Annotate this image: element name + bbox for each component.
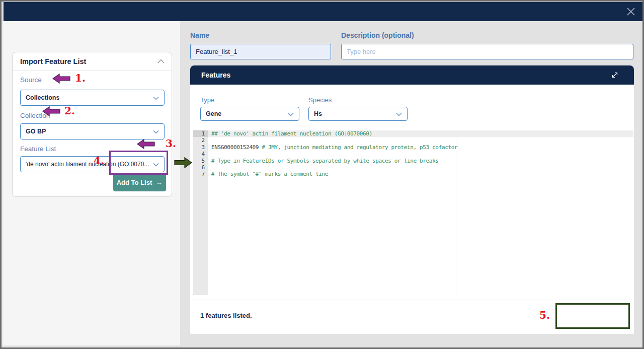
name-label: Name [190, 31, 209, 39]
editor-line-3[interactable]: 3ENSG00000152409 # JMY, junction mediati… [193, 144, 633, 151]
line-number: 2 [193, 137, 208, 144]
footer-divider [190, 300, 634, 300]
features-card: Features Type Gene Species Hs 1## 'de no… [190, 65, 634, 334]
editor-line-5[interactable]: 5# Type in FeatureIDs or Symbols separat… [193, 158, 633, 164]
collection-value: GO BP [26, 128, 46, 135]
source-value: Collections [26, 94, 59, 101]
right-arrow-icon: → [155, 178, 163, 186]
annotation-arrow-left-2 [42, 106, 60, 116]
editor-line-4[interactable]: 4 [193, 151, 633, 157]
line-content: ENSG00000152409 # JMY, junction mediatin… [208, 144, 633, 151]
annotation-arrow-right-green [174, 157, 192, 169]
line-number: 6 [193, 164, 208, 171]
editor-line-2[interactable]: 2 [193, 137, 633, 144]
expand-icon[interactable] [611, 71, 619, 79]
description-input[interactable] [341, 44, 633, 59]
chevron-up-icon[interactable] [157, 59, 165, 63]
chevron-down-icon [288, 112, 294, 116]
annotation-box-add-to-list [109, 151, 168, 175]
features-title: Features [201, 71, 230, 79]
feature-list-label: Feature List [20, 145, 56, 153]
import-feature-list-card: Import Feature List Source Collections C… [12, 52, 172, 197]
feature-code-editor[interactable]: 1## 'de novo' actin filament nucleation … [193, 130, 633, 295]
annotation-arrow-left-1 [52, 74, 70, 84]
editor-line-7[interactable]: 7# The symbol "#" marks a comment line [193, 171, 633, 177]
line-number: 3 [193, 144, 208, 151]
source-label: Source [20, 76, 42, 84]
annotation-step-2: 2. [64, 105, 75, 117]
source-dropdown[interactable]: Collections [20, 90, 165, 106]
collection-dropdown[interactable]: GO BP [20, 123, 165, 139]
import-card-header: Import Feature List [13, 52, 172, 71]
import-card-title: Import Feature List [20, 57, 86, 65]
line-content [208, 151, 633, 157]
line-number: 4 [193, 151, 208, 157]
line-number: 7 [193, 171, 208, 177]
annotation-step-4: 4. [94, 155, 104, 167]
species-label: Species [308, 96, 332, 104]
line-content [208, 137, 633, 144]
annotation-step-5: 5. [539, 309, 550, 321]
annotation-step-3: 3. [166, 137, 176, 150]
editor-line-1[interactable]: 1## 'de novo' actin filament nucleation … [193, 130, 633, 137]
description-label: Description (optional) [341, 31, 414, 39]
chevron-down-icon [153, 96, 159, 100]
add-to-list-label: Add To List [117, 179, 152, 186]
import-feature-list-dialog: Import Feature List Source Collections C… [0, 0, 644, 349]
name-input[interactable] [190, 44, 331, 59]
line-content: # The symbol "#" marks a comment line [208, 171, 633, 177]
chevron-down-icon [153, 130, 159, 134]
dialog-titlebar [4, 2, 642, 21]
left-panel: Import Feature List Source Collections C… [3, 21, 180, 345]
close-icon[interactable] [626, 7, 635, 16]
features-count-status: 1 features listed. [200, 312, 252, 319]
line-content: # Type in FeatureIDs or Symbols separate… [208, 158, 633, 164]
annotation-arrow-left-3 [137, 139, 155, 149]
line-number: 5 [193, 158, 208, 164]
line-content [208, 164, 633, 171]
add-to-list-button[interactable]: Add To List → [113, 173, 166, 191]
code-editor-lines: 1## 'de novo' actin filament nucleation … [193, 130, 633, 178]
line-number: 1 [193, 130, 208, 137]
type-value: Gene [206, 110, 221, 117]
species-dropdown[interactable]: Hs [308, 107, 408, 121]
annotation-step-1: 1. [75, 72, 86, 84]
chevron-down-icon [396, 112, 402, 116]
type-dropdown[interactable]: Gene [200, 107, 299, 121]
species-value: Hs [314, 110, 322, 117]
type-label: Type [200, 96, 214, 104]
features-header: Features [190, 65, 634, 85]
line-content: ## 'de novo' actin filament nucleation (… [208, 130, 633, 137]
annotation-box-publish [555, 303, 630, 329]
editor-line-6[interactable]: 6 [193, 164, 633, 171]
